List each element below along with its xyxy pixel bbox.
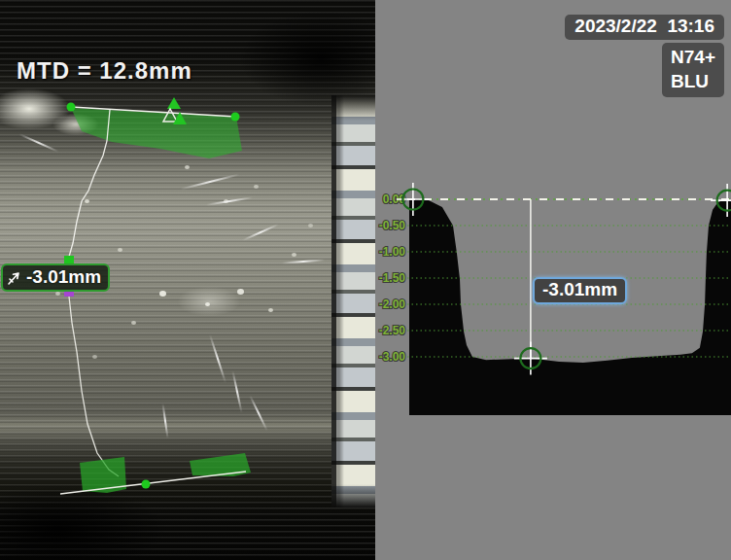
- axis-tick-label: -2.00: [379, 298, 406, 311]
- bottom-endpoint[interactable]: [142, 480, 151, 489]
- reference-endpoint-left[interactable]: [67, 103, 76, 112]
- profile-silhouette: [409, 199, 731, 415]
- axis-tick-label: -3.00: [379, 350, 406, 364]
- timestamp-badge: 2023/2/22 13:16: [565, 15, 724, 40]
- bottom-plane-area-left: [80, 457, 126, 493]
- camera-view-panel: MTD = 12.8mm -3.01mm: [0, 0, 375, 560]
- depth-badge-left: -3.01mm: [1, 263, 110, 292]
- depth-line-lower: [69, 297, 119, 476]
- axis-tick-label: -2.50: [379, 324, 406, 337]
- mtd-readout: MTD = 12.8mm: [17, 57, 192, 85]
- reference-endpoint-right[interactable]: [231, 113, 240, 122]
- depth-badge-left-value: -3.01mm: [26, 266, 101, 288]
- probe-mode: BLU: [671, 69, 715, 93]
- axis-tick-label: -1.00: [379, 245, 406, 259]
- probe-model: N74+: [671, 45, 715, 69]
- bottom-plane-area-right: [190, 453, 251, 476]
- axis-tick-label: -0.50: [379, 219, 406, 232]
- probe-id-badge: N74+ BLU: [662, 43, 724, 97]
- cursor-triangle[interactable]: [167, 97, 181, 109]
- depth-point-marker[interactable]: [64, 256, 74, 263]
- depth-badge-chart: -3.01mm: [533, 277, 627, 304]
- axis-tick-label: -1.50: [379, 271, 406, 285]
- profile-chart-panel: 0.00-0.50-1.00-1.50-2.00-2.50-3.00 2023/…: [375, 0, 731, 560]
- depth-tool-icon: [7, 269, 23, 286]
